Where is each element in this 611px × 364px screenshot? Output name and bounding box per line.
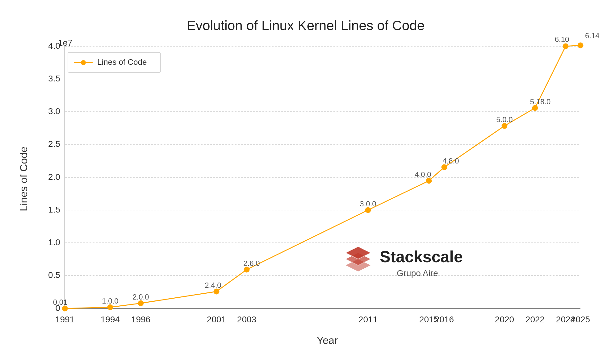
legend-dot-sample bbox=[81, 60, 86, 65]
legend-label: Lines of Code bbox=[97, 57, 147, 67]
label-2015: 4.0.0 bbox=[415, 170, 431, 179]
y-tick-05: 0.5 bbox=[48, 270, 60, 280]
dot-2011 bbox=[365, 207, 371, 213]
dot-2020 bbox=[502, 123, 507, 129]
line-chart bbox=[65, 45, 580, 308]
x-tick-2022: 2022 bbox=[525, 315, 544, 324]
label-1996: 2.0.0 bbox=[132, 293, 149, 301]
label-2025: 6.14 rc1 bbox=[585, 31, 599, 40]
x-tick-1996: 1996 bbox=[131, 315, 150, 324]
brand-sub: Grupo Aire bbox=[397, 268, 438, 278]
dot-2024 bbox=[563, 43, 568, 49]
y-tick-10: 1.0 bbox=[48, 238, 60, 247]
dot-2016 bbox=[442, 164, 447, 170]
dot-1996 bbox=[138, 300, 144, 306]
y-tick-35: 3.5 bbox=[48, 74, 60, 83]
y-tick-40: 4.0 bbox=[48, 41, 60, 51]
brand-logo bbox=[346, 247, 370, 271]
y-tick-15: 1.5 bbox=[48, 205, 60, 214]
label-2003: 2.6.0 bbox=[243, 259, 260, 267]
x-tick-2020: 2020 bbox=[495, 315, 514, 324]
label-2016: 4.8.0 bbox=[442, 157, 459, 165]
x-tick-1991: 1991 bbox=[55, 315, 74, 324]
y-tick-25: 2.5 bbox=[48, 139, 60, 149]
dot-2025 bbox=[578, 43, 583, 48]
brand-name: Stackscale bbox=[380, 248, 463, 266]
x-tick-2011: 2011 bbox=[358, 315, 377, 324]
dot-1991 bbox=[62, 306, 68, 311]
label-2011: 3.0.0 bbox=[360, 200, 376, 208]
label-2020: 5.0.0 bbox=[496, 115, 513, 124]
chart-container: Evolution of Linux Kernel Lines of Code … bbox=[12, 12, 599, 352]
dot-2022 bbox=[532, 105, 538, 111]
dot-2003 bbox=[244, 267, 249, 272]
label-2022: 5.18.0 bbox=[530, 97, 550, 106]
y-tick-20: 2.0 bbox=[48, 172, 60, 182]
x-tick-2001: 2001 bbox=[207, 315, 226, 324]
label-2001: 2.4.0 bbox=[205, 281, 221, 289]
label-2024: 6.10 bbox=[555, 35, 569, 43]
x-tick-2003: 2003 bbox=[237, 315, 256, 324]
x-tick-2025: 2025 bbox=[571, 315, 590, 324]
label-1994: 1.0.0 bbox=[102, 297, 118, 305]
y-tick-30: 3.0 bbox=[48, 106, 60, 116]
dot-2001 bbox=[214, 289, 219, 294]
dot-1994 bbox=[107, 304, 113, 310]
y-axis-label: Lines of Code bbox=[18, 147, 29, 211]
x-tick-1994: 1994 bbox=[100, 315, 119, 324]
dot-2015 bbox=[426, 178, 432, 184]
x-axis-label: Year bbox=[316, 334, 338, 346]
chart-title: Evolution of Linux Kernel Lines of Code bbox=[186, 18, 425, 33]
x-tick-2016: 2016 bbox=[434, 315, 454, 324]
label-1991: 0.01 bbox=[53, 298, 67, 306]
